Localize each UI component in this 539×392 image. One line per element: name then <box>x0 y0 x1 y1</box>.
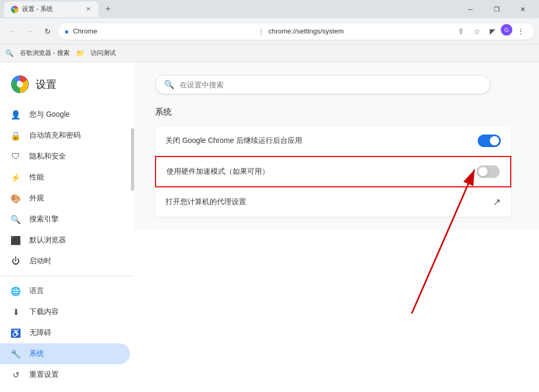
background-apps-toggle[interactable] <box>478 135 501 147</box>
sidebar-item-system-label: 系统 <box>29 349 44 359</box>
bookmark-visit-label: 访问测试 <box>91 49 116 58</box>
search-icon: 🔍 <box>5 49 14 57</box>
refresh-button[interactable]: ↻ <box>40 24 56 39</box>
sidebar-item-startup-label: 启动时 <box>29 256 51 266</box>
setting-row-hardware-acceleration: 使用硬件加速模式（如果可用） <box>155 156 511 187</box>
sidebar-header: 设置 <box>0 66 134 104</box>
search-box[interactable]: 🔍 <box>155 75 490 94</box>
split-button[interactable]: ◤ <box>485 24 500 39</box>
setting-background-apps-label: 关闭 Google Chrome 后继续运行后台应用 <box>166 136 478 145</box>
sidebar-item-accessibility[interactable]: ♿ 无障碍 <box>0 322 130 343</box>
setting-row-proxy: 打开您计算机的代理设置 ↗ <box>155 187 511 217</box>
sidebar-item-privacy-label: 隐私和安全 <box>29 152 66 161</box>
minimize-button[interactable]: ─ <box>458 0 482 18</box>
external-link-icon[interactable]: ↗ <box>493 196 501 208</box>
sidebar-item-google[interactable]: 👤 您与 Google <box>0 104 130 125</box>
sidebar-item-downloads[interactable]: ⬇ 下载内容 <box>0 301 130 322</box>
bookmarks-bar: 🔍 谷歌浏览器 - 搜索 📁 访问测试 <box>0 44 539 62</box>
power-icon: ⏻ <box>10 256 21 266</box>
chrome-logo <box>10 75 29 94</box>
bookmark-visit[interactable]: 访问测试 <box>86 47 120 60</box>
reset-icon: ↺ <box>10 369 21 380</box>
search-input[interactable] <box>180 81 481 89</box>
forward-button[interactable]: → <box>22 24 38 39</box>
sidebar-item-language-label: 语言 <box>29 286 44 296</box>
active-tab[interactable]: 设置 - 系统 ✕ <box>4 2 98 17</box>
url-prefix: Chrome <box>73 27 254 35</box>
sidebar-item-downloads-label: 下载内容 <box>29 307 59 317</box>
sidebar-item-accessibility-label: 无障碍 <box>29 328 51 338</box>
titlebar: 设置 - 系统 ✕ + ─ ❐ ✕ <box>0 0 539 18</box>
restore-button[interactable]: ❐ <box>485 0 509 18</box>
search-container: 🔍 <box>155 75 490 94</box>
sidebar-item-reset[interactable]: ↺ 重置设置 <box>0 364 130 385</box>
setting-proxy-label: 打开您计算机的代理设置 <box>166 197 493 207</box>
setting-row-background-apps: 关闭 Google Chrome 后继续运行后台应用 <box>155 126 511 156</box>
shield-icon: 🛡 <box>10 151 21 162</box>
tab-favicon <box>10 5 19 14</box>
share-button[interactable]: ⇪ <box>454 24 468 39</box>
sidebar-item-system[interactable]: 🔧 系统 <box>0 343 130 364</box>
address-bar[interactable]: ● Chrome | chrome://settings/system ⇪ ☆ … <box>58 23 535 40</box>
accessibility-icon: ♿ <box>10 328 21 338</box>
address-actions: ⇪ ☆ ◤ G ⋮ <box>454 24 528 39</box>
search-engine-icon: 🔍 <box>10 214 21 225</box>
window-controls: ─ ❐ ✕ <box>458 0 535 18</box>
settings-card: 关闭 Google Chrome 后继续运行后台应用 使用硬件加速模式（如果可用… <box>155 126 511 217</box>
sidebar-item-reset-label: 重置设置 <box>29 370 59 379</box>
browser-icon: ⬛ <box>10 235 21 245</box>
sidebar-item-autofill-label: 自动填充和密码 <box>29 131 81 140</box>
sidebar: 设置 👤 您与 Google 🔒 自动填充和密码 🛡 隐私和安全 ⚡ 性能 🎨 … <box>0 62 134 392</box>
folder-icon: 📁 <box>76 49 84 57</box>
back-button[interactable]: ← <box>4 24 20 39</box>
system-icon: 🔧 <box>10 349 21 359</box>
menu-button[interactable]: ⋮ <box>513 24 528 39</box>
person-icon: 👤 <box>10 109 21 120</box>
sidebar-item-language[interactable]: 🌐 语言 <box>0 281 130 301</box>
bookmark-button[interactable]: ☆ <box>469 24 484 39</box>
setting-hardware-acceleration-label: 使用硬件加速模式（如果可用） <box>167 167 477 176</box>
hardware-acceleration-toggle[interactable] <box>477 165 500 178</box>
search-icon: 🔍 <box>164 80 174 89</box>
url-path: chrome://settings/system <box>268 27 449 35</box>
tab-close-button[interactable]: ✕ <box>84 5 92 14</box>
content-wrapper: 🔍 系统 关闭 Google Chrome 后继续运行后台应用 <box>134 62 539 392</box>
content-area: 🔍 系统 关闭 Google Chrome 后继续运行后台应用 <box>134 62 539 229</box>
sidebar-item-google-label: 您与 Google <box>29 110 70 119</box>
sidebar-item-performance-label: 性能 <box>29 173 44 182</box>
settings-title: 设置 <box>36 77 57 92</box>
bookmark-search-label: 谷歌浏览器 - 搜索 <box>20 49 70 58</box>
profile-button[interactable]: G <box>501 24 512 36</box>
download-icon: ⬇ <box>10 307 21 317</box>
svg-point-4 <box>17 81 23 87</box>
sidebar-item-performance[interactable]: ⚡ 性能 <box>0 167 130 188</box>
performance-icon: ⚡ <box>10 172 21 183</box>
sidebar-item-browser-label: 默认浏览器 <box>29 236 66 245</box>
appearance-icon: 🎨 <box>10 193 21 204</box>
secure-icon: ● <box>64 27 69 36</box>
tab-title: 设置 - 系统 <box>22 5 53 14</box>
sidebar-item-browser[interactable]: ⬛ 默认浏览器 <box>0 230 130 251</box>
window-close-button[interactable]: ✕ <box>511 0 535 18</box>
sidebar-item-privacy[interactable]: 🛡 隐私和安全 <box>0 146 130 167</box>
bookmark-search[interactable]: 谷歌浏览器 - 搜索 <box>16 47 74 60</box>
language-icon: 🌐 <box>10 286 21 296</box>
url-separator: | <box>260 27 262 35</box>
main-layout: 设置 👤 您与 Google 🔒 自动填充和密码 🛡 隐私和安全 ⚡ 性能 🎨 … <box>0 62 539 392</box>
autofill-icon: 🔒 <box>10 130 21 141</box>
sidebar-item-search[interactable]: 🔍 搜索引擎 <box>0 209 130 230</box>
addressbar: ← → ↻ ● Chrome | chrome://settings/syste… <box>0 18 539 44</box>
sidebar-divider <box>0 276 134 276</box>
sidebar-item-appearance-label: 外观 <box>29 194 44 203</box>
sidebar-item-startup[interactable]: ⏻ 启动时 <box>0 251 130 272</box>
new-tab-button[interactable]: + <box>101 2 115 17</box>
sidebar-item-autofill[interactable]: 🔒 自动填充和密码 <box>0 125 130 146</box>
sidebar-item-search-label: 搜索引擎 <box>29 215 59 224</box>
sidebar-item-appearance[interactable]: 🎨 外观 <box>0 188 130 209</box>
section-title: 系统 <box>155 107 518 118</box>
